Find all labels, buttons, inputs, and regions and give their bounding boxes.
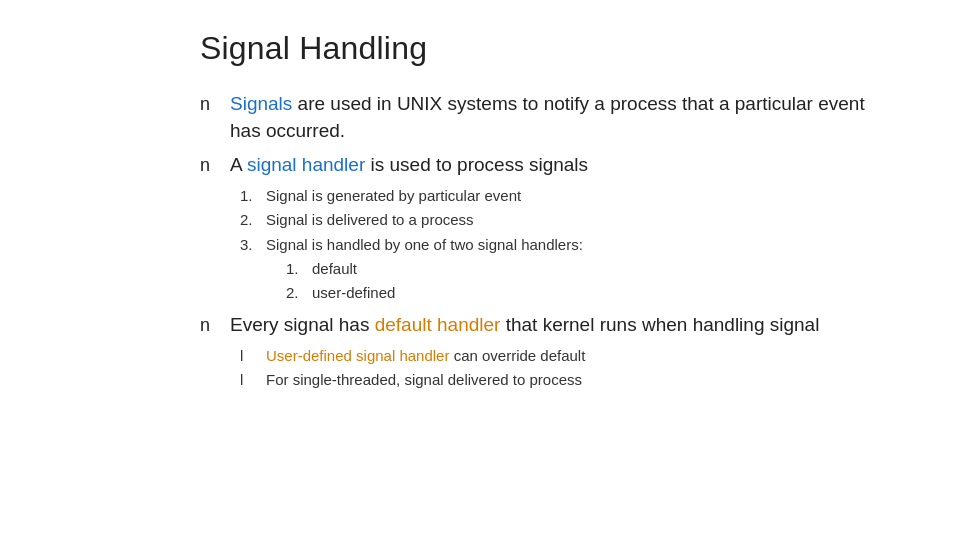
highlight-signal-handler: signal handler [247, 154, 365, 175]
bullet-item-3: n Every signal has default handler that … [200, 312, 900, 392]
bullet-3-suffix: that kernel runs when handling signal [506, 314, 820, 335]
sub-marker-2-1: 1. [240, 185, 258, 208]
sub-sub-item-2-3-1: 1. default [286, 258, 583, 281]
sub-item-2-1: 1. Signal is generated by particular eve… [240, 185, 900, 208]
sub-text-3-2: For single-threaded, signal delivered to… [266, 369, 582, 392]
bullet-marker-1: n [200, 92, 220, 117]
sub-marker-2-2: 2. [240, 209, 258, 232]
sub-3-1-suffix: can override default [454, 347, 586, 364]
sub-sub-marker-1: 1. [286, 258, 304, 281]
sub-text-3-1: User-defined signal handler can override… [266, 345, 585, 368]
l-marker-1: l [240, 345, 258, 368]
sub-text-2-3: Signal is handled by one of two signal h… [266, 234, 583, 305]
slide: Signal Handling n Signals are used in UN… [0, 0, 960, 540]
bullet-marker-3: n [200, 313, 220, 338]
sub-sub-item-2-3-2: 2. user-defined [286, 282, 583, 305]
sub-sub-list-2-3: 1. default 2. user-defined [266, 258, 583, 304]
bullet-text-2: A signal handler is used to process sign… [230, 152, 900, 304]
highlight-default-handler: default handler [375, 314, 501, 335]
bullet-text-1: Signals are used in UNIX systems to noti… [230, 91, 900, 144]
slide-title: Signal Handling [200, 30, 900, 67]
sub-item-2-2: 2. Signal is delivered to a process [240, 209, 900, 232]
sub-sub-text-1: default [312, 258, 357, 281]
sub-list-3: l User-defined signal handler can overri… [230, 345, 900, 392]
sub-sub-text-2: user-defined [312, 282, 395, 305]
l-marker-2: l [240, 369, 258, 392]
sub-text-2-1: Signal is generated by particular event [266, 185, 521, 208]
sub-text-2-2: Signal is delivered to a process [266, 209, 474, 232]
bullet-marker-2: n [200, 153, 220, 178]
bullet-1-text: are used in UNIX systems to notify a pro… [230, 93, 865, 141]
bullet-3-prefix: Every signal has [230, 314, 375, 335]
sub-list-2: 1. Signal is generated by particular eve… [230, 185, 900, 305]
main-bullet-list: n Signals are used in UNIX systems to no… [200, 91, 900, 392]
bullet-item-2: n A signal handler is used to process si… [200, 152, 900, 304]
sub-marker-2-3: 3. [240, 234, 258, 257]
bullet-2-suffix: is used to process signals [371, 154, 589, 175]
sub-item-3-2: l For single-threaded, signal delivered … [240, 369, 900, 392]
highlight-user-defined-handler: User-defined signal handler [266, 347, 449, 364]
highlight-signals: Signals [230, 93, 292, 114]
bullet-2-prefix: A [230, 154, 247, 175]
sub-item-2-3: 3. Signal is handled by one of two signa… [240, 234, 900, 305]
bullet-text-3: Every signal has default handler that ke… [230, 312, 900, 392]
sub-sub-marker-2: 2. [286, 282, 304, 305]
sub-item-3-1: l User-defined signal handler can overri… [240, 345, 900, 368]
bullet-item-1: n Signals are used in UNIX systems to no… [200, 91, 900, 144]
